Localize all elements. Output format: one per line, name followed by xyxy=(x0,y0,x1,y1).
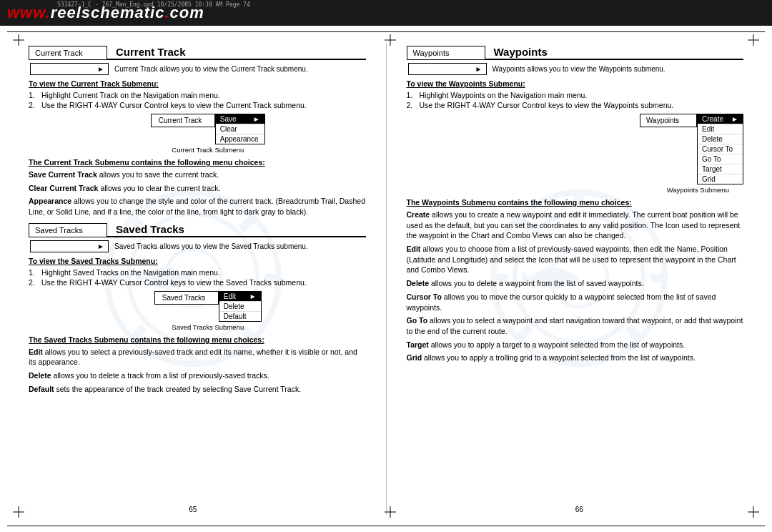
reg-mark-bottom-right xyxy=(748,506,759,518)
body-delete-wpt: Delete allows you to delete a waypoint f… xyxy=(407,278,744,289)
body-clear-current-track: Clear Current Track allows you to clear … xyxy=(29,183,366,194)
header: www.reelschematic.com 531427-1_C - 767_M… xyxy=(0,0,772,26)
saved-tracks-options-box: Edit ► Delete Default xyxy=(219,291,262,322)
saved-tracks-submenu-box-row: Saved Tracks Edit ► Delete Default xyxy=(154,291,262,322)
saved-tracks-header: Saved Tracks Saved Tracks xyxy=(29,223,366,237)
saved-tracks-option-delete: Delete xyxy=(219,302,261,312)
waypoints-arrow: ► xyxy=(408,63,487,75)
waypoints-title: Waypoints xyxy=(485,46,744,60)
saved-tracks-option-default: Default xyxy=(219,312,261,321)
current-track-body-title: The Current Track Submenu contains the f… xyxy=(29,158,366,167)
right-arrow-icon-2: ► xyxy=(97,242,104,250)
instruction-item: 1.Highlight Current Track on the Navigat… xyxy=(29,91,366,99)
current-track-instructions: 1.Highlight Current Track on the Navigat… xyxy=(29,91,366,109)
wpt-option-create: Create► xyxy=(698,114,743,124)
waypoints-submenu-caption: Waypoints Submenu xyxy=(667,186,729,194)
body-grid: Grid allows you to apply a trolling grid… xyxy=(407,353,744,363)
waypoints-body-title: The Waypoints Submenu contains the follo… xyxy=(407,198,744,207)
wpt-option-target: Target xyxy=(698,164,743,174)
body-create: Create allows you to create a new waypoi… xyxy=(407,210,744,241)
submenu-main-box: Current Track xyxy=(151,114,215,127)
submenu-caption: Current Track Submenu xyxy=(172,146,244,154)
waypoints-submenu-diagram: Waypoints Create► Edit Delete Cursor To … xyxy=(407,114,744,194)
reg-mark-top-left xyxy=(13,34,24,46)
body-cursor-to: Cursor To allows you to move the cursor … xyxy=(407,292,744,312)
left-page: Current Track Current Track ► Current Tr… xyxy=(0,37,386,521)
file-tagline: 531427-1_C - 767_Man_Eng.qxd 10/25/2005 … xyxy=(57,1,250,8)
left-page-content: Current Track Current Track ► Current Tr… xyxy=(29,46,366,395)
current-track-arrow-row: ► Current Track allows you to view the C… xyxy=(29,63,366,75)
body-save-current-track: Save Current Track allows you to save th… xyxy=(29,169,366,180)
wpt-option-go-to: Go To xyxy=(698,154,743,164)
submenu-option-clear: Clear xyxy=(216,124,264,134)
submenu-box-row: Current Track Save ► Clear Appearance xyxy=(151,114,265,144)
right-page-content: Waypoints Waypoints ► Waypoints allows y… xyxy=(407,46,744,363)
submenu-option-save: Save ► xyxy=(216,114,264,124)
right-page-number: 66 xyxy=(387,506,773,513)
current-track-box: Current Track xyxy=(29,46,107,60)
submenu-option-appearance: Appearance xyxy=(216,134,264,144)
right-arrow-icon-3: ► xyxy=(475,65,482,73)
waypoints-box-label: Waypoints xyxy=(413,49,450,57)
body-delete: Delete allows you to delete a track from… xyxy=(29,370,366,381)
saved-tracks-arrow-row: ► Saved Tracks allows you to view the Sa… xyxy=(29,240,366,252)
waypoints-main-box: Waypoints xyxy=(640,114,697,127)
submenu-options-box: Save ► Clear Appearance xyxy=(215,114,265,144)
saved-tracks-main-box: Saved Tracks xyxy=(154,291,219,305)
instruction-item: 1.Highlight Saved Tracks on the Navigati… xyxy=(29,268,366,277)
saved-tracks-arrow: ► xyxy=(30,240,109,252)
waypoints-options-box: Create► Edit Delete Cursor To Go To Targ… xyxy=(697,114,743,184)
saved-tracks-submenu-caption: Saved Tracks Submenu xyxy=(172,323,244,331)
wpt-option-edit: Edit xyxy=(698,124,743,134)
saved-tracks-instructions-title: To view the Saved Tracks Submenu: xyxy=(29,257,366,265)
wpt-option-grid: Grid xyxy=(698,174,743,184)
body-default: Default sets the appearance of the track… xyxy=(29,384,366,395)
waypoints-desc: Waypoints allows you to view the Waypoin… xyxy=(487,65,744,73)
instruction-item: 2.Use the RIGHT 4-WAY Cursor Control key… xyxy=(407,101,744,109)
instruction-item: 2.Use the RIGHT 4-WAY Cursor Control key… xyxy=(29,101,366,109)
wpt-option-delete: Delete xyxy=(698,134,743,144)
saved-tracks-option-edit: Edit ► xyxy=(219,292,261,302)
current-track-header: Current Track Current Track xyxy=(29,46,366,60)
current-track-arrow: ► xyxy=(30,63,109,75)
current-track-desc: Current Track allows you to view the Cur… xyxy=(109,65,366,73)
waypoints-arrow-row: ► Waypoints allows you to view the Waypo… xyxy=(407,63,744,75)
saved-tracks-box: Saved Tracks xyxy=(29,223,107,237)
saved-tracks-title: Saved Tracks xyxy=(107,223,366,237)
logo-www: www. xyxy=(7,4,51,21)
reg-mark-top-right xyxy=(748,34,759,46)
current-track-box-label: Current Track xyxy=(35,49,83,57)
reg-mark-bottom-left xyxy=(13,506,24,518)
saved-tracks-box-label: Saved Tracks xyxy=(35,226,83,235)
right-page: Waypoints Waypoints ► Waypoints allows y… xyxy=(387,37,773,521)
waypoints-instructions: 1.Highlight Waypoints on the Navigation … xyxy=(407,91,744,109)
waypoints-submenu-row: Waypoints Create► Edit Delete Cursor To … xyxy=(640,114,743,184)
right-arrow-icon: ► xyxy=(97,65,104,73)
body-edit: Edit allows you to select a previously-s… xyxy=(29,347,366,368)
saved-tracks-body-title: The Saved Tracks Submenu contains the fo… xyxy=(29,335,366,344)
current-track-title: Current Track xyxy=(107,46,366,60)
waypoints-box: Waypoints xyxy=(407,46,485,60)
body-edit-wpt: Edit allows you to choose from a list of… xyxy=(407,244,744,275)
reg-mark-top-center xyxy=(385,34,396,46)
saved-tracks-desc: Saved Tracks allows you to view the Save… xyxy=(109,242,366,250)
instruction-item: 1.Highlight Waypoints on the Navigation … xyxy=(407,91,744,99)
current-track-instructions-title: To view the Current Track Submenu: xyxy=(29,79,366,88)
body-appearance: Appearance allows you to change the styl… xyxy=(29,196,366,217)
waypoints-header: Waypoints Waypoints xyxy=(407,46,744,60)
saved-tracks-submenu-diagram: Saved Tracks Edit ► Delete Default Saved… xyxy=(50,291,366,331)
waypoints-instructions-title: To view the Waypoints Submenu: xyxy=(407,79,744,88)
current-track-submenu-diagram: Current Track Save ► Clear Appearance Cu… xyxy=(50,114,366,154)
wpt-option-cursor-to: Cursor To xyxy=(698,144,743,154)
left-page-number: 65 xyxy=(0,506,386,513)
reg-mark-bottom-center xyxy=(385,506,396,518)
body-go-to: Go To allows you to select a waypoint an… xyxy=(407,315,744,336)
body-target: Target allows you to apply a target to a… xyxy=(407,340,744,350)
instruction-item: 2.Use the RIGHT 4-WAY Cursor Control key… xyxy=(29,278,366,287)
saved-tracks-instructions: 1.Highlight Saved Tracks on the Navigati… xyxy=(29,268,366,287)
